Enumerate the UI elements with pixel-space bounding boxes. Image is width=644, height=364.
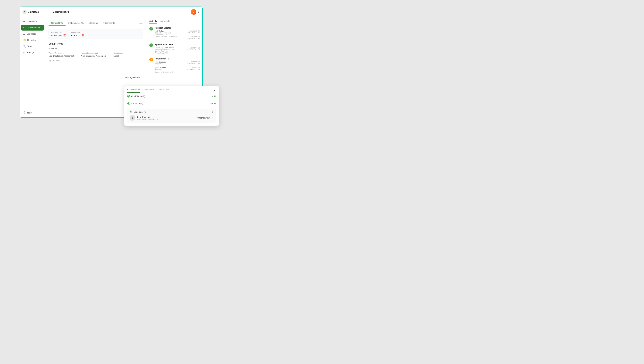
agreement-type: Non-Disclosure Agreement: [155, 48, 174, 50]
tab-activity[interactable]: Activity: [149, 20, 157, 24]
user-dropdown-icon[interactable]: ▾: [198, 10, 199, 14]
person-name: John Crestani: [137, 116, 196, 118]
more-options-icon[interactable]: •••: [138, 21, 143, 25]
activity-dot-green-2: ✓: [149, 44, 153, 47]
agreement-created-title: Agreement Created: [155, 43, 200, 46]
vendor-label: Vendor Code: N/A: [155, 52, 174, 54]
effective-date-calendar-icon[interactable]: 📅: [63, 34, 66, 37]
neg-role-2: Negotiator: [155, 68, 173, 70]
requested-on-value: 4:25 PM 6 Jul 25: [187, 32, 200, 34]
type-of-entity-value: --: [49, 62, 143, 65]
fields-grid: Type of Agreement Non-Disclosure Agreeme…: [49, 52, 143, 57]
back-button[interactable]: ←: [49, 10, 51, 14]
sidebar-bottom: ❓ Help: [20, 108, 45, 117]
co-editors-label: Co- Editors (0): [131, 95, 145, 98]
person-info: John Crestani XXXXXXXXX@gmail.com: [137, 116, 196, 120]
sidebar-item-dashboard[interactable]: ⊞ Dashboard: [21, 18, 44, 24]
view-agreement-button[interactable]: View Agreement: [121, 75, 143, 80]
co-editors-add-button[interactable]: + Add: [210, 95, 216, 98]
sidebar-item-tools[interactable]: 🔧 Tools: [21, 43, 44, 49]
logo-icon: [22, 10, 27, 14]
neg-role-1: Negotiator: [155, 63, 173, 65]
tab-stamping[interactable]: Stamping: [86, 20, 101, 26]
negotiator-person: J John Crestani XXXXXXXXX@gmail.com Unde…: [130, 115, 214, 121]
repository-icon: 📁: [23, 39, 26, 41]
activity-item-negotiation: ● Negotiation 🔗 John Crestani Negotiat: [149, 58, 200, 77]
type-of-entity-field: Type of Entity --: [49, 60, 143, 65]
stakeholders-body: Co- Editors (0) + Add Approver (0) + Add: [124, 92, 219, 126]
stakeholders-header: Collaborators | Execution | Shared with …: [124, 86, 219, 92]
close-button[interactable]: ✕: [213, 89, 216, 92]
negotiator-label: Negotiator (1): [134, 111, 146, 113]
department-field: Department Legal: [113, 52, 143, 57]
approver-add-button[interactable]: + Add: [210, 102, 216, 105]
xxxxxxx-label: XXXXXXXXXX: [155, 34, 166, 36]
effective-date-value: 01-04-2024: [51, 34, 62, 37]
tab-attachments[interactable]: Attachments: [101, 20, 118, 26]
effective-date-label: Effective Date*: [51, 32, 66, 34]
created-on-label: Created On: [186, 46, 200, 48]
tab-stakeholders[interactable]: Stakeholders (3): [66, 20, 86, 26]
assigned-on-label: Assigned On: [186, 36, 200, 38]
name-of-counterparty-field: Name of Counterparty Non-Disclosure Agre…: [81, 52, 111, 57]
department-label: Department: [113, 52, 143, 54]
activity-title: Request Created: [155, 26, 200, 29]
expiry-date-calendar-icon[interactable]: 📅: [82, 34, 84, 37]
sidebar-item-label: New Requests: [27, 26, 40, 29]
section-a: Section A: [49, 47, 143, 50]
date-fields-row: Effective Date* 01-04-2024 📅 Expiry Date…: [49, 29, 143, 39]
requested-on-label: Requested On: [186, 30, 200, 32]
logo-text: SignDesk: [28, 10, 39, 13]
tab-comments[interactable]: Comments: [160, 20, 170, 24]
help-icon: ❓: [23, 111, 26, 114]
source-label: Source: Compose: [155, 50, 174, 52]
user-avatar[interactable]: U: [191, 9, 196, 15]
activity-content-2: Agreement Created Created by: Jack Biela…: [155, 43, 200, 54]
sidebar-item-label: Help: [27, 112, 32, 114]
sidebar-item-help[interactable]: ❓ Help: [21, 110, 44, 116]
type-of-entity-label: Type of Entity: [49, 60, 143, 62]
contracts-icon: ☰: [23, 32, 25, 35]
tools-icon: 🔧: [23, 45, 26, 48]
invited-on-value: 4:29 PM 6 Jul 23: [187, 68, 200, 70]
tabs-row: General Info Stakeholders (3) Stamping A…: [49, 20, 143, 26]
sidebar-nav: ⊞ Dashboard ⊙ New Requests ☰ Contracts 📁…: [20, 17, 45, 57]
department-value: Legal: [113, 55, 143, 57]
stakeholders-panel: Collaborators | Execution | Shared with …: [124, 86, 219, 126]
created-on-value-2: 4:23 PM 6 Jul 22: [187, 63, 200, 64]
expiry-date-label: Expiry Date*: [70, 32, 84, 34]
requested-from-label: Requested From: Auto: [155, 32, 171, 34]
tab-collaborators[interactable]: Collaborators: [127, 88, 140, 92]
effective-date-field: Effective Date* 01-04-2024 📅: [51, 32, 66, 37]
activity-tabs: Activity Comments: [149, 20, 200, 24]
sidebar-item-label: Settings: [27, 51, 34, 54]
delete-person-icon[interactable]: 🗑: [211, 116, 214, 119]
tab-execution[interactable]: Execution: [145, 88, 154, 92]
type-of-agreement-value: Non-Disclosure Agreement: [49, 55, 79, 57]
tab-general-info[interactable]: General Info: [49, 20, 66, 26]
tab-shared-with[interactable]: Shared with: [158, 88, 170, 92]
sidebar-item-label: Contracts: [27, 33, 36, 35]
invited-on-label: Invited On: [186, 67, 200, 68]
approver-section: Approver (0) + Add: [127, 100, 216, 107]
expiry-date-value: 01-08-2024: [70, 34, 81, 37]
header-left: ← Contract Info: [49, 10, 69, 14]
sidebar: SignDesk ⊞ Dashboard ⊙ New Requests ☰ Co…: [20, 7, 45, 117]
activity-item-request-created: ✓ Request Created Jack Bielan Requested …: [149, 26, 200, 43]
sidebar-item-label: Repository: [27, 39, 38, 41]
activity-content-3: Negotiation 🔗 John Crestani Negotiator J…: [155, 58, 200, 74]
sidebar-item-contracts[interactable]: ☰ Contracts: [21, 31, 44, 37]
person-avatar: J: [130, 115, 135, 121]
negotiation-title: Negotiation 🔗: [155, 58, 200, 60]
sidebar-item-settings[interactable]: ⚙ Settings: [21, 50, 44, 55]
approver-label: Approver (0): [131, 102, 143, 105]
type-of-agreement-field: Type of Agreement Non-Disclosure Agreeme…: [49, 52, 79, 57]
chevron-up-icon[interactable]: ▲: [211, 110, 214, 113]
activity-dot-green: ✓: [149, 27, 153, 30]
sidebar-item-repository[interactable]: 📁 Repository: [21, 37, 44, 43]
sidebar-item-label: Tools: [27, 45, 32, 48]
sidebar-item-new-requests[interactable]: ⊙ New Requests: [21, 25, 44, 30]
activity-dot-orange: ●: [149, 58, 153, 62]
copy-icon[interactable]: ⧉: [166, 34, 167, 36]
type-of-agreement-label: Type of Agreement: [49, 52, 79, 54]
